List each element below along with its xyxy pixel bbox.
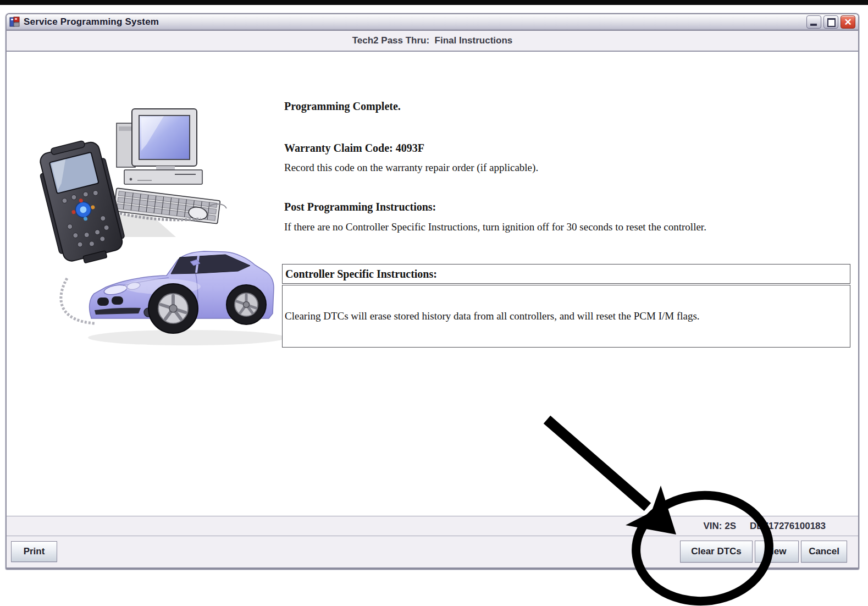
warranty-note-text: Record this code on the warranty repair … xyxy=(284,162,538,174)
tech2-computer-car-illustration xyxy=(33,97,286,350)
main-content: Programming Complete. Warranty Claim Cod… xyxy=(7,52,858,516)
page-title: Tech2 Pass Thru: Final Instructions xyxy=(352,35,513,46)
csi-body-box: Clearing DTCs will erase stored history … xyxy=(282,285,850,348)
close-icon: ✕ xyxy=(841,16,855,28)
vin-text: VIN: 2SDB717276100183 xyxy=(703,521,826,532)
desktop-computer-icon xyxy=(117,109,202,184)
top-border xyxy=(0,0,868,5)
warranty-claim-code-text: Warranty Claim Code: 4093F xyxy=(284,142,424,155)
post-programming-heading: Post Programming Instructions: xyxy=(284,201,436,213)
vehicle-cable xyxy=(61,278,95,323)
sps-window: Service Programming System ✕ Tech2 Pass … xyxy=(5,13,859,570)
post-programming-note: If there are no Controller Specific Inst… xyxy=(284,221,706,233)
car-shadow xyxy=(88,330,286,345)
car-icon xyxy=(90,251,274,333)
vin-prefix: VIN: 2S xyxy=(703,521,736,531)
title-bar: Service Programming System ✕ xyxy=(7,14,858,31)
minimize-icon xyxy=(810,24,817,26)
clear-dtcs-button[interactable]: Clear DTCs xyxy=(680,541,753,563)
minimize-button[interactable] xyxy=(806,15,821,29)
vin-suffix: DB717276100183 xyxy=(750,521,826,531)
csi-body-text: Clearing DTCs will erase stored history … xyxy=(285,310,700,322)
page-header: Tech2 Pass Thru: Final Instructions xyxy=(7,31,858,52)
maximize-icon xyxy=(827,18,836,27)
screenshot-canvas: Service Programming System ✕ Tech2 Pass … xyxy=(0,0,868,606)
rear-wheel xyxy=(226,285,266,324)
status-bar: VIN: 2SDB717276100183 xyxy=(7,516,858,536)
window-controls: ✕ xyxy=(806,15,855,29)
tech2-scan-tool-icon xyxy=(35,136,129,268)
controller-specific-instructions-box: Controller Specific Instructions: Cleari… xyxy=(282,264,850,348)
button-bar: Print Clear DTCs New Cancel xyxy=(7,536,858,569)
cancel-button[interactable]: Cancel xyxy=(801,541,847,563)
sps-app-icon xyxy=(9,16,20,27)
programming-complete-text: Programming Complete. xyxy=(284,100,401,113)
front-wheel xyxy=(148,284,198,333)
new-button[interactable]: New xyxy=(755,541,799,563)
close-button[interactable]: ✕ xyxy=(841,15,855,29)
print-button[interactable]: Print xyxy=(11,541,57,562)
window-title: Service Programming System xyxy=(24,16,159,27)
csi-heading: Controller Specific Instructions: xyxy=(282,264,850,284)
maximize-button[interactable] xyxy=(823,15,838,29)
